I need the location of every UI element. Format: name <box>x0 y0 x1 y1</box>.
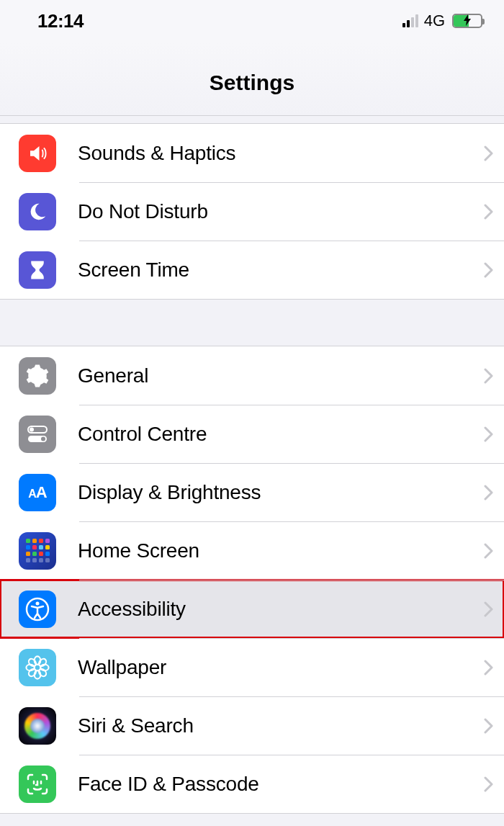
row-label: Do Not Disturb <box>78 200 484 223</box>
svg-point-13 <box>37 657 48 667</box>
row-screen-time[interactable]: Screen Time <box>0 241 504 299</box>
svg-point-12 <box>37 668 48 678</box>
row-label: General <box>78 364 484 387</box>
status-time: 12:14 <box>37 10 84 32</box>
settings-group: Sounds & Haptics Do Not Disturb Screen T… <box>0 123 504 300</box>
row-label: Home Screen <box>78 539 484 562</box>
row-label: Screen Time <box>78 259 484 282</box>
hourglass-icon <box>19 251 56 289</box>
page-header: Settings <box>0 42 504 116</box>
row-do-not-disturb[interactable]: Do Not Disturb <box>0 182 504 241</box>
status-indicators: 4G <box>402 12 482 30</box>
charging-bolt-icon <box>463 14 472 27</box>
row-sounds-haptics[interactable]: Sounds & Haptics <box>0 124 504 182</box>
row-label: Face ID & Passcode <box>78 773 484 796</box>
chevron-right-icon <box>484 204 494 220</box>
page-title: Settings <box>0 71 504 95</box>
accessibility-icon <box>19 591 56 628</box>
network-label: 4G <box>424 12 445 30</box>
row-siri-search[interactable]: Siri & Search <box>0 696 504 755</box>
settings-group: General Control Centre AA Display & Brig… <box>0 346 504 814</box>
chevron-right-icon <box>484 718 494 734</box>
chevron-right-icon <box>484 776 494 792</box>
chevron-right-icon <box>484 601 494 617</box>
svg-point-11 <box>27 657 37 667</box>
row-general[interactable]: General <box>0 346 504 405</box>
row-label: Siri & Search <box>78 714 484 737</box>
svg-point-1 <box>30 427 34 431</box>
svg-point-3 <box>41 436 45 441</box>
moon-icon <box>19 193 56 230</box>
chevron-right-icon <box>484 660 494 675</box>
chevron-right-icon <box>484 145 494 161</box>
row-label: Wallpaper <box>78 656 484 679</box>
row-wallpaper[interactable]: Wallpaper <box>0 638 504 696</box>
chevron-right-icon <box>484 543 494 559</box>
siri-icon <box>19 707 56 745</box>
chevron-right-icon <box>484 426 494 442</box>
row-accessibility[interactable]: Accessibility <box>0 580 504 638</box>
row-control-centre[interactable]: Control Centre <box>0 405 504 463</box>
svg-point-5 <box>36 601 40 605</box>
svg-point-14 <box>27 668 37 678</box>
row-home-screen[interactable]: Home Screen <box>0 521 504 580</box>
row-label: Accessibility <box>78 598 484 621</box>
row-label: Control Centre <box>78 423 484 446</box>
battery-icon <box>452 14 482 28</box>
app-grid-icon <box>19 532 56 570</box>
gear-icon <box>19 357 56 395</box>
row-label: Display & Brightness <box>78 481 484 504</box>
chevron-right-icon <box>484 262 494 278</box>
row-display-brightness[interactable]: AA Display & Brightness <box>0 463 504 521</box>
row-faceid-passcode[interactable]: Face ID & Passcode <box>0 755 504 813</box>
flower-icon <box>19 649 56 686</box>
faceid-icon <box>19 766 56 803</box>
cellular-signal-icon <box>402 14 418 27</box>
row-label: Sounds & Haptics <box>78 142 484 165</box>
speaker-icon <box>19 135 56 172</box>
text-size-icon: AA <box>19 474 56 511</box>
status-bar: 12:14 4G <box>0 0 504 42</box>
chevron-right-icon <box>484 485 494 500</box>
toggles-icon <box>19 416 56 453</box>
chevron-right-icon <box>484 368 494 384</box>
